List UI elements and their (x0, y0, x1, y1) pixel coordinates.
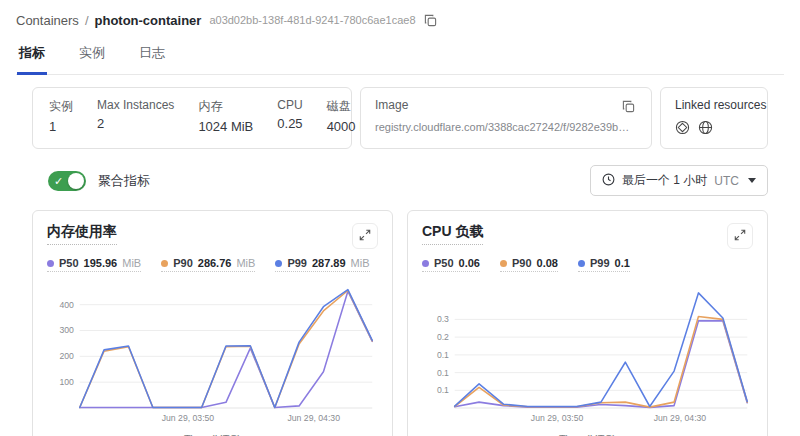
cpu-chart-card: CPU 负载 P50 0.06 P90 (407, 210, 768, 436)
p50-label: P50 (59, 257, 79, 269)
p50-dot (47, 260, 54, 267)
p99-unit: MiB (351, 257, 370, 269)
summary-cards-row: 实例 1 Max Instances 2 内存 1024 MiB CPU 0.2… (32, 87, 768, 149)
cpu-expand-button[interactable] (727, 223, 753, 249)
memory-legend: P50 195.96 MiB P90 286.76 MiB P99 287.89… (47, 257, 378, 272)
time-zone-value: UTC (714, 174, 739, 188)
p50-dot (422, 260, 429, 267)
cpu-chart-canvas[interactable]: 0.30.20.10.10.1Jun 29, 03:50Jun 29, 04:3… (422, 278, 753, 433)
legend-item-p99[interactable]: P99 287.89 MiB (275, 257, 369, 272)
spec-instances: 实例 1 (49, 98, 73, 138)
p90-dot (161, 260, 168, 267)
image-registry-url: registry.cloudflare.com/3388cac27242/f/9… (375, 121, 633, 133)
svg-text:100: 100 (59, 377, 74, 387)
cpu-chart-title: CPU 负载 (422, 223, 483, 245)
spec-memory-value: 1024 MiB (198, 119, 253, 134)
legend-item-p50[interactable]: P50 195.96 MiB (47, 257, 141, 272)
copy-image-button[interactable] (620, 98, 637, 115)
breadcrumb-containers-link[interactable]: Containers (16, 13, 79, 28)
check-icon: ✓ (54, 173, 63, 189)
page-title: photon-container (95, 13, 202, 28)
legend-item-p50[interactable]: P50 0.06 (422, 257, 480, 272)
legend-item-p90[interactable]: P90 0.08 (500, 257, 558, 272)
main-content: 实例 1 Max Instances 2 内存 1024 MiB CPU 0.2… (0, 75, 800, 436)
spec-cpu: CPU 0.25 (277, 98, 302, 138)
p99-label: P99 (590, 257, 610, 269)
p90-label: P90 (173, 257, 193, 269)
p99-value: 287.89 (312, 257, 346, 269)
spec-instances-value: 1 (49, 119, 73, 134)
p90-label: P90 (512, 257, 532, 269)
p90-unit: MiB (236, 257, 255, 269)
p99-label: P99 (287, 257, 307, 269)
p50-value: 195.96 (84, 257, 118, 269)
linked-resources-label: Linked resources (675, 98, 753, 112)
spec-max-instances-label: Max Instances (97, 98, 174, 112)
aggregate-metrics-label: 聚合指标 (98, 172, 150, 190)
breadcrumb-separator: / (85, 13, 89, 28)
memory-chart-card: 内存使用率 P50 195.96 MiB (32, 210, 393, 436)
container-uuid: a03d02bb-138f-481d-9241-780c6ae1cae8 (209, 14, 415, 26)
breadcrumb: Containers / photon-container a03d02bb-1… (16, 10, 784, 30)
svg-text:200: 200 (59, 351, 74, 361)
p99-dot (275, 260, 282, 267)
memory-chart-title: 内存使用率 (47, 223, 117, 245)
time-range-value: 最后一个 1 小时 (622, 172, 707, 189)
p90-value: 286.76 (198, 257, 232, 269)
svg-text:300: 300 (59, 325, 74, 335)
memory-chart-canvas[interactable]: 400300200100Jun 29, 03:50Jun 29, 04:30 (47, 278, 378, 433)
svg-text:Jun 29, 04:30: Jun 29, 04:30 (287, 413, 340, 423)
page-header: Containers / photon-container a03d02bb-1… (0, 0, 800, 75)
spec-instances-label: 实例 (49, 98, 73, 115)
chevron-down-icon (748, 178, 756, 183)
svg-text:0.1: 0.1 (437, 367, 449, 377)
tab-instances[interactable]: 实例 (77, 42, 107, 75)
svg-text:0.2: 0.2 (437, 332, 449, 342)
time-range-selector[interactable]: 最后一个 1 小时 UTC (590, 165, 768, 196)
expand-icon (359, 229, 371, 244)
svg-text:0.1: 0.1 (437, 385, 449, 395)
copy-uuid-button[interactable] (422, 12, 439, 29)
globe-icon[interactable] (698, 120, 713, 138)
svg-text:Jun 29, 04:30: Jun 29, 04:30 (654, 413, 707, 423)
copy-icon (424, 14, 437, 27)
p50-value: 0.06 (459, 257, 480, 269)
svg-text:Jun 29, 03:50: Jun 29, 03:50 (531, 413, 584, 423)
image-card: Image registry.cloudflare.com/3388cac272… (360, 87, 652, 149)
spec-memory-label: 内存 (198, 98, 253, 115)
tab-bar: 指标 实例 日志 (16, 42, 784, 75)
clock-icon (602, 173, 615, 189)
svg-text:Jun 29, 03:50: Jun 29, 03:50 (162, 413, 215, 423)
svg-text:0.1: 0.1 (437, 350, 449, 360)
copy-icon (622, 100, 635, 113)
expand-icon (734, 229, 746, 244)
memory-expand-button[interactable] (352, 223, 378, 249)
legend-item-p99[interactable]: P99 0.1 (578, 257, 630, 272)
spec-max-instances: Max Instances 2 (97, 98, 174, 138)
spec-cpu-value: 0.25 (277, 116, 302, 131)
image-card-label: Image (375, 98, 408, 112)
p50-unit: MiB (122, 257, 141, 269)
charts-row: 内存使用率 P50 195.96 MiB (32, 210, 768, 436)
aggregate-metrics-toggle[interactable]: ✓ (48, 171, 86, 191)
p99-dot (578, 260, 585, 267)
linked-resources-card: Linked resources (660, 87, 768, 149)
p50-label: P50 (434, 257, 454, 269)
controls-row: ✓ 聚合指标 最后一个 1 小时 UTC (32, 165, 768, 196)
p90-dot (500, 260, 507, 267)
tab-metrics[interactable]: 指标 (17, 42, 47, 75)
cpu-legend: P50 0.06 P90 0.08 P99 0.1 (422, 257, 753, 272)
spec-cpu-label: CPU (277, 98, 302, 112)
tab-logs[interactable]: 日志 (137, 42, 167, 75)
p90-value: 0.08 (537, 257, 558, 269)
spec-memory: 内存 1024 MiB (198, 98, 253, 138)
workers-icon[interactable] (675, 120, 690, 138)
container-spec-card: 实例 1 Max Instances 2 内存 1024 MiB CPU 0.2… (32, 87, 352, 149)
toggle-knob (68, 173, 84, 189)
svg-text:400: 400 (59, 300, 74, 310)
legend-item-p90[interactable]: P90 286.76 MiB (161, 257, 255, 272)
p99-value: 0.1 (615, 257, 630, 269)
svg-text:0.3: 0.3 (437, 314, 449, 324)
spec-max-instances-value: 2 (97, 116, 174, 131)
